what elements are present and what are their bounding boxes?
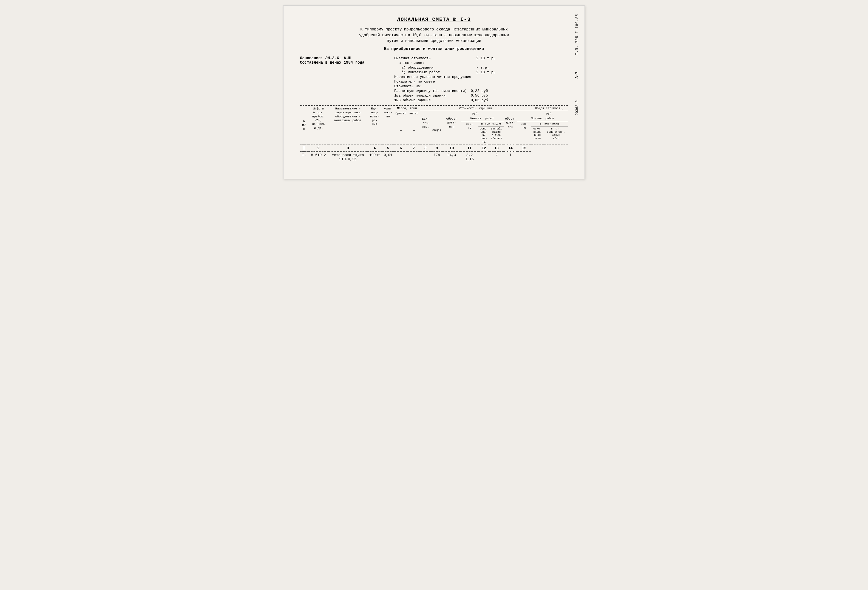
value-m3: 0,05 руб. — [468, 98, 496, 103]
info-row-a: а) оборудования - т.р. — [393, 65, 496, 70]
info-row-cost: Сметная стоимость 2,18 т.р. — [393, 56, 496, 61]
subtitle-block: К типовому проекту прирельсового склада … — [300, 27, 568, 44]
column-numbers-row: I 2 3 4 5 6 7 8 9 IO II I2 I3 I4 I5 — [300, 145, 568, 152]
document-title: ЛОКАЛЬНАЯ СМЕТА № I-3 — [300, 17, 568, 22]
cost-label: Сметная стоимость — [393, 56, 468, 61]
info-left-line2: Составлена в ценах 1984 года — [300, 60, 382, 65]
th-total-header: Общая стоимость, — [531, 106, 568, 111]
th-obor2: Обору-дова-ния — [503, 116, 517, 145]
th-unit: Еди-ницаизме-ре-ния — [367, 106, 382, 145]
margin-top-text: Т.П. 705-I-I80.85 — [575, 14, 579, 55]
label-indicators: Показатели по смете — [393, 79, 496, 84]
num-5: 5 — [382, 145, 394, 152]
data-col10: 94,3 — [443, 152, 461, 163]
th-cost-rub: руб. — [420, 111, 531, 116]
including-value — [468, 61, 496, 65]
num-15: I5 — [517, 145, 531, 152]
data-col5: 0,01 — [382, 152, 394, 163]
subtitle-line1: К типовому проекту прирельсового склада … — [300, 27, 568, 33]
info-row-cost-per: Стоимость на: — [393, 84, 496, 89]
th-code: Шифр и№ поз.прейск.УСН,ценникаи др. — [308, 106, 329, 145]
th-obshaya: Общая — [431, 116, 443, 145]
label-norm: Нормативная условно-чистая продукция — [393, 75, 496, 79]
data-col9: I79 — [431, 152, 443, 163]
num-2: 2 — [308, 145, 329, 152]
info-left-line1: Основание: ЭМ-3-6, А-Ш — [300, 56, 382, 60]
label-m3: 1м3 объема здания — [393, 98, 468, 103]
value-unit: 0,22 руб. — [468, 89, 496, 93]
num-11: II — [461, 145, 478, 152]
num-12: I2 — [478, 145, 489, 152]
th-vtomchisle1: в том числе — [478, 121, 503, 126]
num-8: 8 — [420, 145, 431, 152]
info-right: Сметная стоимость 2,18 т.р. в том числе:… — [382, 56, 568, 103]
value-a: - т.р. — [468, 65, 496, 70]
info-section: Основание: ЭМ-3-6, А-Ш Составлена в цена… — [300, 56, 568, 103]
info-row-m3: 1м3 объема здания 0,05 руб. — [393, 98, 496, 103]
info-row-m2: 1м2 общей площади здания 0,56 руб. — [393, 93, 496, 98]
margin-mid-text: А-7 — [575, 72, 579, 78]
data-col8: - — [420, 152, 431, 163]
label-m2: 1м2 общей площади здания — [393, 93, 468, 98]
data-col2: 8-6I0-2 — [308, 152, 329, 163]
th-montazh-header: Монтаж. работ — [461, 116, 503, 121]
subtitle-line2-text: удобрений вместимостью 10,0 тыс.тонн с п… — [300, 33, 568, 38]
label-unit: Расчетную единицу (1т вместимости) — [393, 89, 468, 93]
value-m2: 0,56 руб. — [468, 93, 496, 98]
value-b: 2,18 т.р. — [468, 70, 496, 75]
table-row: I. 8-6I0-2 Установка ящика ЯТП-0,25 100ш… — [300, 152, 568, 163]
info-left: Основание: ЭМ-3-6, А-Ш Составлена в цена… — [300, 56, 382, 103]
data-col1: I. — [300, 152, 308, 163]
label-b: б) монтажных работ — [393, 70, 468, 75]
th-vsego2: все-го — [517, 121, 531, 145]
data-col3: Установка ящика ЯТП-0,25 — [329, 152, 367, 163]
th-total-rub: руб. — [531, 111, 568, 116]
label-a: а) оборудования — [393, 65, 468, 70]
th-vtomchisle2: в том числе — [531, 121, 568, 126]
main-table: № п/п Шифр и№ поз.прейск.УСН,ценникаи др… — [300, 106, 568, 163]
th-osn2: осно-эксп.внаяз/пл — [531, 126, 544, 145]
th-brutto: брутто — [394, 111, 408, 116]
th-edinizm: Еди-ницизм. — [420, 116, 431, 145]
data-col6: - — [394, 152, 408, 163]
subtitle2: На приобретение и монтаж электроосвещени… — [300, 47, 568, 51]
subtitle-line3: путем и напольными средствами механизаци… — [300, 38, 568, 44]
num-4: 4 — [367, 145, 382, 152]
including-label: в том числе: — [393, 61, 468, 65]
th-vsego1: все-го — [461, 121, 478, 145]
th-ekspl1: эксплl.машинв т.ч.з/плата — [489, 126, 503, 145]
info-row-b: б) монтажных работ 2,18 т.р. — [393, 70, 496, 75]
info-row-norm: Нормативная условно-чистая продукция — [393, 75, 496, 79]
data-col14: I — [503, 152, 517, 163]
num-10: IO — [443, 145, 461, 152]
th-cost-header: Стоимость, единицы — [420, 106, 531, 111]
info-row-indicators: Показатели по смете — [393, 79, 496, 84]
th-name: Наименование ихарактеристикаоборудования… — [329, 106, 367, 145]
data-col7: - — [408, 152, 420, 163]
data-col4: 100шт — [367, 152, 382, 163]
main-table-wrapper: № п/п Шифр и№ поз.прейск.УСН,ценникаи др… — [300, 105, 568, 163]
th-mass-b: — — [394, 116, 408, 145]
margin-bottom-text: 20362-0 — [575, 101, 579, 115]
th-mass-header: Масса, тонн — [394, 106, 420, 111]
th-ekspl2: в т.ч.осно-экспл.машинз/пл — [544, 126, 568, 145]
info-right-table: Сметная стоимость 2,18 т.р. в том числе:… — [393, 56, 496, 103]
th-montazh2-header: Монтаж. работ — [517, 116, 568, 121]
table-body: I. 8-6I0-2 Установка ящика ЯТП-0,25 100ш… — [300, 152, 568, 163]
num-3: 3 — [329, 145, 367, 152]
th-osn1: осно-внаяз/пла-та — [478, 126, 489, 145]
table-header: № п/п Шифр и№ поз.прейск.УСН,ценникаи др… — [300, 106, 568, 152]
num-6: 6 — [394, 145, 408, 152]
right-margin: Т.П. 705-I-I80.85 А-7 20362-0 — [571, 6, 582, 179]
info-row-unit: Расчетную единицу (1т вместимости) 0,22 … — [393, 89, 496, 93]
data-col15: - — [517, 152, 531, 163]
data-col12: - — [478, 152, 489, 163]
label-cost-per: Стоимость на: — [393, 84, 496, 89]
th-mass-n: — — [408, 116, 420, 145]
cost-value: 2,18 т.р. — [468, 56, 496, 61]
num-13: I3 — [489, 145, 503, 152]
th-num: № п/п — [300, 106, 308, 145]
data-col11: 3,2 I,I6 — [461, 152, 478, 163]
header-row-1: № п/п Шифр и№ поз.прейск.УСН,ценникаи др… — [300, 106, 568, 111]
num-1: I — [300, 145, 308, 152]
